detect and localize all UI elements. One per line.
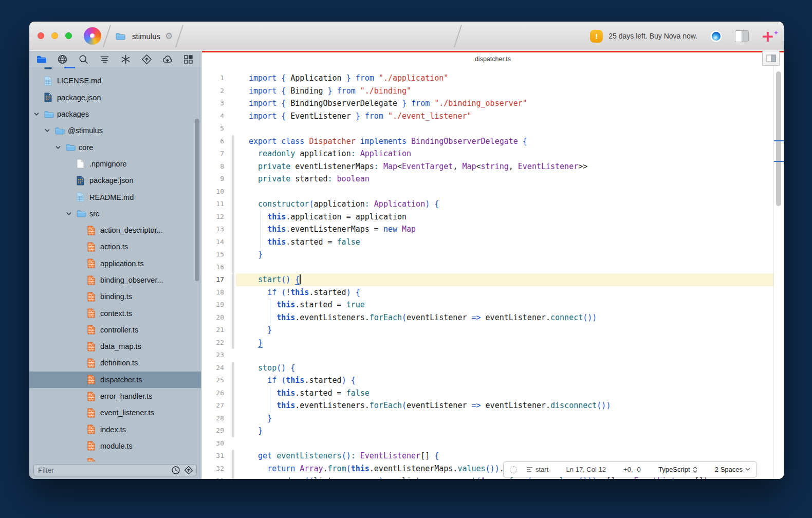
code-line-4[interactable]: 4import { EventListener } from "./event_…: [202, 110, 784, 123]
project-tab[interactable]: stimulus ⚙: [116, 22, 173, 50]
source-control-diamond-icon[interactable]: [184, 466, 193, 477]
code-text: return Array.from(this.eventListenerMaps…: [249, 462, 504, 475]
cursor-position[interactable]: Ln 17, Col 12: [566, 466, 606, 473]
fold-region-bar[interactable]: [232, 362, 234, 437]
tree-item-package.json[interactable]: package.json: [29, 89, 201, 106]
code-line-16[interactable]: 16: [202, 261, 784, 274]
code-line-9[interactable]: 9 private started: boolean: [202, 173, 784, 186]
tree-item-module.ts[interactable]: module.ts: [29, 438, 201, 454]
chevron-down-icon[interactable]: [55, 144, 66, 151]
sidebar-tab-source-control[interactable]: [141, 53, 152, 65]
indentation-selector[interactable]: 2 Spaces: [715, 466, 750, 473]
gear-icon[interactable]: ⚙: [165, 31, 173, 42]
tree-item-binding_observer...[interactable]: binding_observer...: [29, 272, 201, 288]
files-icon: [36, 54, 47, 65]
code-line-22[interactable]: 22 }: [202, 337, 784, 349]
zoom-button[interactable]: [65, 32, 72, 39]
tree-item-core[interactable]: core: [29, 139, 201, 155]
code-line-15[interactable]: 15 }: [202, 248, 784, 261]
minimize-button[interactable]: [51, 32, 58, 39]
symbol-path[interactable]: start: [526, 466, 548, 473]
code-line-30[interactable]: 30: [202, 437, 784, 450]
code-line-11[interactable]: 11 constructor(application: Application)…: [202, 198, 784, 211]
new-item-icon[interactable]: +✦: [761, 31, 774, 41]
sidebar-tab-remote[interactable]: [57, 53, 68, 65]
file-name: context.ts: [100, 309, 132, 318]
code-line-2[interactable]: 2import { Binding } from "./binding": [202, 85, 784, 98]
code-line-24[interactable]: 24 stop() {: [202, 362, 784, 375]
tree-item-context.ts[interactable]: context.ts: [29, 305, 201, 321]
fold-region-bar[interactable]: [232, 273, 234, 349]
code-line-21[interactable]: 21 }: [202, 324, 784, 337]
code-line-17[interactable]: 17 start() {: [202, 273, 784, 286]
clock-icon[interactable]: [171, 466, 180, 477]
code-line-1[interactable]: 1import { Application } from "./applicat…: [202, 72, 784, 85]
code-line-14[interactable]: 14 this.started = false: [202, 236, 784, 249]
tree-item-README.md[interactable]: README.md: [29, 189, 201, 205]
code-line-29[interactable]: 29 }: [202, 424, 784, 437]
split-editor-button[interactable]: [762, 51, 780, 66]
tree-item-error_handler.ts[interactable]: error_handler.ts: [29, 388, 201, 404]
code-line-28[interactable]: 28 }: [202, 412, 784, 425]
sidebar-tab-issues[interactable]: [120, 53, 131, 65]
tree-item-clipped[interactable]: [29, 67, 201, 72]
tree-item-packages[interactable]: packages: [29, 106, 201, 122]
code-line-18[interactable]: 18 if (!this.started) {: [202, 286, 784, 299]
code-line-31[interactable]: 31 get eventListeners(): EventListener[]…: [202, 450, 784, 462]
sidebar-scrollbar[interactable]: [195, 119, 199, 281]
chevron-down-icon[interactable]: [44, 127, 55, 134]
code-line-12[interactable]: 12 this.application = application: [202, 211, 784, 224]
sidebar-tab-publish[interactable]: [162, 53, 173, 65]
tree-item-.npmignore[interactable]: .npmignore: [29, 156, 201, 172]
sidebar-tab-search[interactable]: [78, 53, 89, 65]
code-line-27[interactable]: 27 this.eventListeners.forEach(eventList…: [202, 399, 784, 412]
tree-item-dispatcher.ts[interactable]: dispatcher.ts: [29, 372, 201, 388]
tree-item-action.ts[interactable]: action.ts: [29, 238, 201, 255]
tree-item-index.ts[interactable]: index.ts: [29, 421, 201, 438]
tree-item-clipped[interactable]: [29, 454, 201, 461]
chevron-down-icon[interactable]: [33, 111, 44, 117]
sidebar-tab-symbols[interactable]: [99, 53, 110, 65]
line-number: 9: [202, 173, 224, 186]
tree-item-package.json[interactable]: package.json: [29, 172, 201, 189]
code-line-6[interactable]: 6export class Dispatcher implements Bind…: [202, 135, 784, 148]
fold-region-bar[interactable]: [232, 135, 234, 274]
tree-item-event_listener.ts[interactable]: event_listener.ts: [29, 404, 201, 421]
code-line-23[interactable]: 23: [202, 349, 784, 362]
tree-item-controller.ts[interactable]: controller.ts: [29, 322, 201, 338]
tree-item-action_descriptor...[interactable]: action_descriptor...: [29, 222, 201, 238]
preview-eye-icon[interactable]: [710, 30, 723, 43]
editor-header: dispatcher.ts: [202, 52, 784, 66]
close-button[interactable]: [38, 32, 44, 39]
sidebar-tab-extensions[interactable]: [183, 53, 194, 65]
tree-item-LICENSE.md[interactable]: LICENSE.md: [29, 72, 201, 89]
tree-item-binding.ts[interactable]: binding.ts: [29, 288, 201, 305]
language-selector[interactable]: TypeScript: [658, 466, 697, 473]
tree-item-definition.ts[interactable]: definition.ts: [29, 355, 201, 371]
chevron-down-icon[interactable]: [66, 211, 77, 217]
code-line-19[interactable]: 19 this.started = true: [202, 299, 784, 311]
editor-scrollbar[interactable]: [773, 66, 784, 479]
tree-item-application.ts[interactable]: application.ts: [29, 255, 201, 272]
code-text: this.eventListenerMaps = new Map: [249, 223, 416, 236]
code-line-20[interactable]: 20 this.eventListeners.forEach(eventList…: [202, 311, 784, 324]
scrollbar-thumb[interactable]: [776, 71, 781, 206]
code-line-3[interactable]: 3import { BindingObserverDelegate } from…: [202, 97, 784, 110]
code-area[interactable]: 1import { Application } from "./applicat…: [202, 66, 784, 479]
code-text: this.application = application: [249, 211, 407, 224]
sidebar-tab-files[interactable]: [36, 53, 47, 65]
code-line-7[interactable]: 7 readonly application: Application: [202, 147, 784, 160]
split-view-icon[interactable]: [735, 30, 749, 42]
code-line-8[interactable]: 8 private eventListenerMaps: Map<EventTa…: [202, 160, 784, 173]
trial-notice[interactable]: ! 25 days left. Buy Nova now.: [590, 30, 697, 43]
code-line-10[interactable]: 10: [202, 186, 784, 198]
code-line-13[interactable]: 13 this.eventListenerMaps = new Map: [202, 223, 784, 236]
code-line-25[interactable]: 25 if (this.started) {: [202, 374, 784, 387]
tree-item-src[interactable]: src: [29, 206, 201, 222]
tree-item-@stimulus[interactable]: @stimulus: [29, 122, 201, 139]
code-line-26[interactable]: 26 this.started = false: [202, 387, 784, 400]
code-line-5[interactable]: 5: [202, 122, 784, 135]
fold-region-bar[interactable]: [232, 450, 234, 479]
tree-item-data_map.ts[interactable]: data_map.ts: [29, 338, 201, 355]
filter-input[interactable]: [38, 465, 156, 476]
